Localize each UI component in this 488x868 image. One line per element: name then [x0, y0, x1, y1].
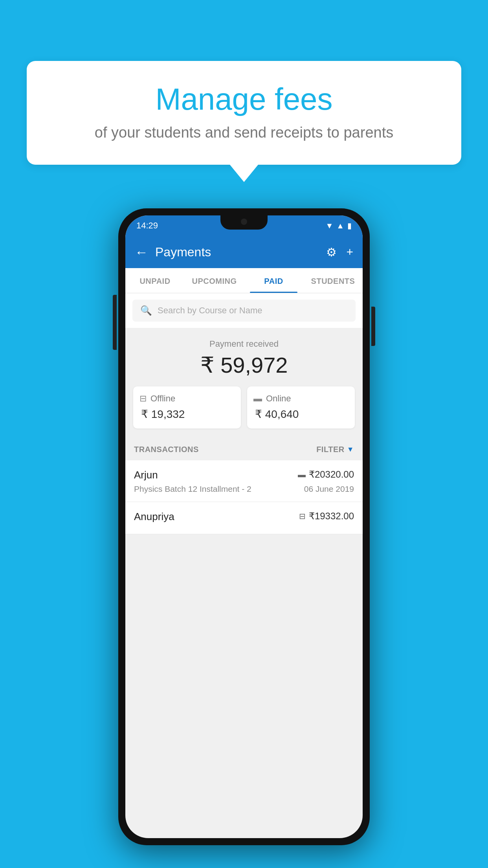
- status-time: 14:29: [136, 221, 158, 231]
- search-input[interactable]: Search by Course or Name: [158, 305, 262, 316]
- transaction-name-2: Anupriya: [134, 511, 174, 523]
- speech-bubble: Manage fees of your students and send re…: [27, 61, 461, 165]
- signal-icon: ▲: [336, 221, 344, 230]
- offline-icon-2: ⊟: [299, 511, 306, 521]
- search-container: 🔍 Search by Course or Name: [125, 293, 363, 328]
- tab-paid[interactable]: PAID: [244, 268, 303, 293]
- offline-card: ⊟ Offline ₹ 19,332: [133, 386, 241, 428]
- transactions-label: TRANSACTIONS: [134, 445, 199, 454]
- transaction-name-1: Arjun: [134, 469, 158, 481]
- payment-received-label: Payment received: [133, 339, 355, 349]
- wifi-icon: ▼: [325, 221, 333, 230]
- offline-card-header: ⊟ Offline: [139, 394, 235, 404]
- status-icons: ▼ ▲ ▮: [325, 221, 352, 230]
- app-bar-left: ← Payments: [135, 245, 211, 259]
- online-card: ▬ Online ₹ 40,640: [247, 386, 355, 428]
- tab-upcoming[interactable]: UPCOMING: [185, 268, 244, 293]
- transaction-item-2[interactable]: Anupriya ⊟ ₹19332.00: [125, 502, 363, 534]
- offline-amount: ₹ 19,332: [139, 408, 235, 421]
- filter-text: FILTER: [316, 445, 345, 454]
- bubble-subtitle: of your students and send receipts to pa…: [50, 124, 438, 141]
- tab-unpaid[interactable]: UNPAID: [125, 268, 185, 293]
- payment-received-amount: ₹ 59,972: [133, 352, 355, 378]
- transaction-course-1: Physics Batch 12 Installment - 2: [134, 484, 251, 494]
- online-icon-1: ▬: [298, 470, 306, 479]
- battery-icon: ▮: [347, 221, 352, 230]
- online-label: Online: [266, 394, 291, 404]
- bubble-title: Manage fees: [50, 81, 438, 117]
- payment-cards: ⊟ Offline ₹ 19,332 ▬ Online ₹ 40,640: [133, 386, 355, 428]
- filter-button[interactable]: FILTER ▼: [316, 445, 354, 454]
- app-bar: ← Payments ⚙ +: [125, 236, 363, 268]
- payment-received-section: Payment received ₹ 59,972 ⊟ Offline ₹ 19…: [125, 328, 363, 437]
- online-amount: ₹ 40,640: [253, 408, 349, 421]
- transaction-amount-1: ▬ ₹20320.00: [298, 469, 354, 480]
- add-icon[interactable]: +: [346, 245, 353, 259]
- search-icon: 🔍: [140, 305, 152, 316]
- camera-dot: [241, 219, 247, 225]
- search-bar[interactable]: 🔍 Search by Course or Name: [132, 300, 356, 322]
- online-payment-icon: ▬: [253, 394, 262, 404]
- transaction-item-1[interactable]: Arjun ▬ ₹20320.00 Physics Batch 12 Insta…: [125, 460, 363, 502]
- status-bar: 14:29 ▼ ▲ ▮: [125, 215, 363, 236]
- app-bar-title: Payments: [155, 245, 211, 259]
- offline-payment-icon: ⊟: [139, 394, 147, 404]
- offline-label: Offline: [150, 394, 175, 404]
- phone-wrapper: 14:29 ▼ ▲ ▮ ← Payments ⚙ +: [118, 208, 370, 845]
- tab-students[interactable]: STUDENTS: [303, 268, 363, 293]
- phone-outer: 14:29 ▼ ▲ ▮ ← Payments ⚙ +: [118, 208, 370, 845]
- transaction-row-2: Anupriya ⊟ ₹19332.00: [134, 511, 354, 523]
- transactions-header: TRANSACTIONS FILTER ▼: [125, 437, 363, 460]
- transaction-detail-row-1: Physics Batch 12 Installment - 2 06 June…: [134, 484, 354, 494]
- online-card-header: ▬ Online: [253, 394, 349, 404]
- transaction-row-1: Arjun ▬ ₹20320.00: [134, 469, 354, 481]
- notch: [220, 215, 268, 230]
- tabs-bar: UNPAID UPCOMING PAID STUDENTS: [125, 268, 363, 293]
- app-bar-actions: ⚙ +: [326, 245, 353, 259]
- transaction-amount-2: ⊟ ₹19332.00: [299, 511, 354, 522]
- phone-screen: 14:29 ▼ ▲ ▮ ← Payments ⚙ +: [125, 215, 363, 838]
- back-button[interactable]: ←: [135, 245, 148, 259]
- filter-icon: ▼: [347, 445, 354, 454]
- transaction-date-1: 06 June 2019: [304, 484, 354, 494]
- settings-icon[interactable]: ⚙: [326, 245, 337, 259]
